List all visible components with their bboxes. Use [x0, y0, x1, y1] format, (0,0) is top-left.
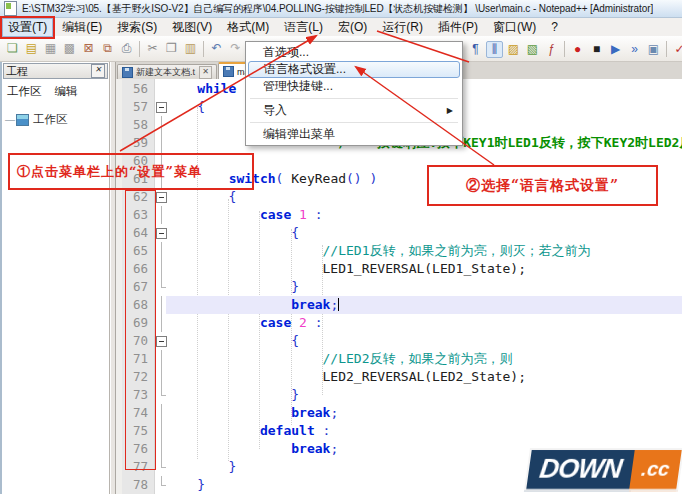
code-line: { [166, 188, 236, 206]
fold-collapse-icon[interactable] [156, 192, 167, 203]
menu-item[interactable]: 运行(R) [376, 18, 429, 37]
menu-item[interactable]: 视图(V) [166, 18, 218, 37]
function-list-icon[interactable]: ƒ [543, 41, 560, 58]
tab-new-document[interactable]: 新建文本文档.t✕ [117, 64, 217, 79]
dropdown-item[interactable]: 导入▶ [248, 102, 460, 119]
fold-margin-mark [155, 152, 167, 170]
code-line: } [166, 386, 299, 404]
code-segment: { [166, 189, 236, 204]
fold-end-mark [156, 458, 167, 476]
cut-icon[interactable]: ✂ [144, 40, 161, 57]
fold-line [161, 134, 162, 152]
show-all-characters-icon[interactable]: ¶ [467, 41, 484, 58]
line-number: 72 [122, 368, 153, 386]
fold-line [161, 440, 162, 458]
code-segment: default [260, 423, 315, 438]
indent-guide-icon[interactable]: ⫼ [486, 41, 503, 58]
fold-collapse-icon[interactable] [156, 336, 167, 347]
toolbar-separator [139, 41, 140, 57]
open-file-icon[interactable]: ▤ [23, 40, 40, 57]
tab-close-icon[interactable]: ✕ [199, 66, 212, 79]
panel-menu-item[interactable]: 工作区 [7, 84, 42, 99]
code-segment: ; [330, 441, 338, 456]
copy-icon[interactable]: ❐ [163, 40, 180, 57]
macro-record-icon[interactable]: ● [569, 41, 586, 58]
fold-line [161, 170, 162, 188]
code-segment: switch [229, 171, 276, 186]
menu-item[interactable]: 窗口(W) [487, 18, 542, 37]
spell-check-icon[interactable]: ✓ [671, 41, 682, 58]
menu-item[interactable]: 文件(F) [2, 18, 53, 37]
dropdown-item-language-format[interactable]: 语言格式设置... [248, 61, 460, 78]
fold-end-mark [156, 278, 167, 296]
code-line: break; [166, 296, 339, 314]
menu-item[interactable]: ? [545, 19, 564, 35]
fold-line [161, 116, 162, 134]
code-segment: () ) [346, 171, 377, 186]
notepadpp-app-icon [4, 1, 17, 16]
line-number: 58 [122, 116, 153, 134]
toolbar-separator [666, 41, 667, 57]
user-define-dialog-icon[interactable]: ▨ [505, 41, 522, 58]
workspace-label: 工作区 [33, 112, 68, 127]
dropdown-item[interactable]: 管理快捷键... [248, 78, 460, 95]
menu-item[interactable]: 插件(P) [432, 18, 484, 37]
code-segment: ; [330, 405, 338, 420]
menu-item[interactable]: 编辑(E) [56, 18, 108, 37]
line-number: 65 [122, 242, 153, 260]
save-all-icon[interactable]: ▩ [61, 40, 78, 57]
code-segment: { [166, 99, 205, 114]
save-file-icon[interactable]: ▦ [42, 40, 59, 57]
code-segment [291, 315, 299, 330]
fold-line [161, 404, 162, 422]
fold-line [161, 296, 162, 314]
menu-item[interactable]: 格式(M) [221, 18, 275, 37]
code-segment: break [291, 297, 330, 312]
close-file-icon[interactable]: ⊠ [80, 40, 97, 57]
line-number: 76 [122, 440, 153, 458]
panel-menu-item[interactable]: 编辑 [55, 84, 78, 99]
new-file-icon[interactable]: ❏ [4, 40, 21, 57]
macro-save-icon[interactable]: ▣ [645, 41, 662, 58]
fold-collapse-icon[interactable] [156, 228, 167, 239]
fold-collapse-icon[interactable] [156, 102, 167, 113]
unsaved-floppy-icon [122, 67, 133, 78]
watermark-suffix-text: .cc [640, 458, 671, 481]
watermark-suffix: .cc [629, 448, 682, 491]
fold-line [161, 152, 162, 170]
code-segment: } [166, 477, 205, 492]
code-segment: ; [330, 297, 338, 312]
macro-stop-icon[interactable]: ■ [588, 41, 605, 58]
code-segment [166, 207, 260, 222]
line-number: 67 [122, 278, 153, 296]
toolbar-right-group: ¶⫼▨▧ƒ●■▶»▣✓⚙ [466, 36, 682, 62]
code-line: } [166, 476, 205, 494]
macro-play-icon[interactable]: ▶ [607, 41, 624, 58]
menu-item[interactable]: 搜索(S) [111, 18, 163, 37]
line-number: 63 [122, 206, 153, 224]
downcc-watermark: DOWN .cc [524, 448, 682, 491]
workspace-tree-node[interactable]: — 工作区 [2, 102, 109, 127]
paste-icon[interactable]: ▥ [182, 40, 199, 57]
code-segment [291, 207, 299, 222]
menu-item[interactable]: 宏(O) [332, 18, 373, 37]
code-line: while [166, 80, 236, 98]
panel-close-icon[interactable]: ✕ [91, 64, 105, 78]
document-map-icon[interactable]: ▧ [524, 41, 541, 58]
macro-run-multiple-icon[interactable]: » [626, 41, 643, 58]
code-line: default : [166, 422, 330, 440]
code-segment: 1 [299, 207, 307, 222]
close-all-icon[interactable]: ⧉ [99, 40, 116, 57]
print-icon[interactable]: ⎙ [118, 40, 135, 57]
dropdown-item[interactable]: 编辑弹出菜单 [248, 126, 460, 143]
undo-icon[interactable]: ↶ [208, 40, 225, 57]
line-number: 78 [122, 476, 153, 494]
toolbar-separator [203, 41, 204, 57]
tab-label: 新建文本文档.t [136, 66, 195, 79]
menu-item[interactable]: 语言(L) [278, 18, 329, 37]
code-segment [166, 441, 291, 456]
line-number: 61 [122, 170, 153, 188]
dropdown-item[interactable]: 首选项... [248, 44, 460, 61]
redo-icon[interactable]: ↷ [227, 40, 244, 57]
project-panel-menu: 工作区编辑 [2, 80, 109, 102]
